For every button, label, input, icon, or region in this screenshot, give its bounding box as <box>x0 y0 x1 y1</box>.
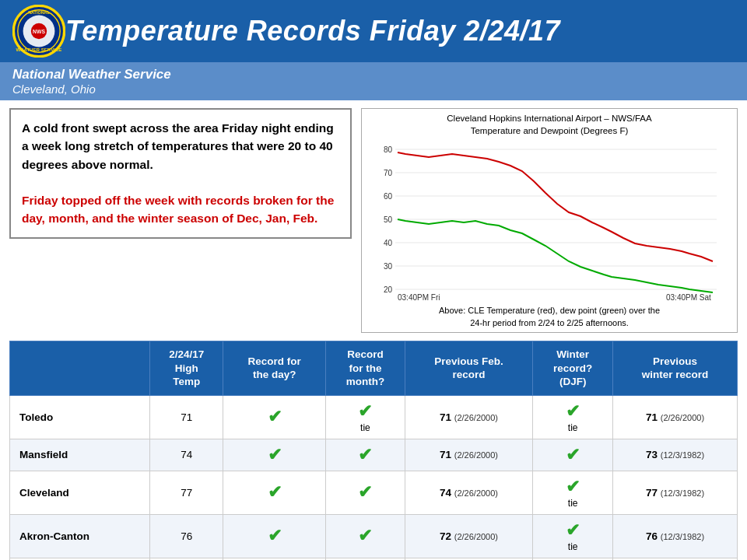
col-prev-feb: Previous Feb.record <box>405 341 533 395</box>
col-winter-record: Winterrecord?(DJF) <box>533 341 613 395</box>
svg-text:40: 40 <box>384 239 393 247</box>
col-high-temp: 2/24/17HighTemp <box>150 341 223 395</box>
cell-high: 71 <box>150 395 223 439</box>
cell-prev-feb: 74 (2/26/2000) <box>405 471 533 514</box>
right-panel: Cleveland Hopkins International Airport … <box>361 108 738 333</box>
cell-winter-record: ✔tie <box>533 514 613 558</box>
cell-city: Toledo <box>10 395 150 439</box>
cell-high: 76 <box>150 514 223 558</box>
left-panel: A cold front swept across the area Frida… <box>9 108 352 333</box>
checkmark-icon: ✔ <box>358 482 372 502</box>
cell-winter-record: ✔ <box>533 439 613 471</box>
org-name: National Weather Service <box>12 67 171 82</box>
cell-record-day: ✔ <box>223 514 326 558</box>
table-row: Cleveland 77 ✔ ✔ 74 (2/26/2000) ✔tie 77 … <box>10 471 738 514</box>
main-content: A cold front swept across the area Frida… <box>0 100 747 341</box>
checkmark-icon: ✔ <box>358 445 372 464</box>
table-body: Toledo 71 ✔ ✔tie 71 (2/26/2000) ✔tie 71 … <box>10 395 738 560</box>
checkmark-icon: ✔ <box>566 445 580 464</box>
table-row: Mansfield 74 ✔ ✔ 71 (2/26/2000) ✔ 73 (12… <box>10 439 738 471</box>
checkmark-icon: ✔ <box>268 482 282 502</box>
svg-text:30: 30 <box>384 262 393 271</box>
cell-record-month: ✔tie <box>326 395 405 439</box>
checkmark-icon: ✔ <box>268 407 282 426</box>
checkmark-icon: ✔ <box>358 401 372 421</box>
svg-text:03:40PM Sat: 03:40PM Sat <box>666 293 711 302</box>
chart-caption: Above: CLE Temperature (red), dew point … <box>365 305 734 329</box>
cell-city: Cleveland <box>10 471 150 514</box>
cell-high: 77 <box>150 471 223 514</box>
description-red-text: Friday topped off the week with records … <box>22 194 334 225</box>
checkmark-icon: ✔ <box>268 526 282 545</box>
org-location: Cleveland, Ohio <box>12 82 171 96</box>
checkmark-icon: ✔ <box>358 526 372 545</box>
chart-container: Cleveland Hopkins International Airport … <box>361 108 738 333</box>
svg-text:03:40PM Fri: 03:40PM Fri <box>398 293 440 302</box>
header-title: Temperature Records Friday 2/24/17 <box>65 15 560 47</box>
cell-record-month: ✔ <box>326 439 405 471</box>
cell-city: Akron-Canton <box>10 514 150 558</box>
cell-prev-winter: 73 (12/3/1982) <box>613 439 738 471</box>
col-city <box>10 341 150 395</box>
svg-text:70: 70 <box>384 169 393 177</box>
records-table: 2/24/17HighTemp Record forthe day? Recor… <box>9 341 738 560</box>
tie-label: tie <box>568 498 578 509</box>
cell-prev-winter: 76 (12/3/1982) <box>613 514 738 558</box>
cell-record-day: ✔ <box>223 471 326 514</box>
svg-text:60: 60 <box>384 192 393 201</box>
checkmark-icon: ✔ <box>566 520 580 540</box>
tie-label: tie <box>568 422 578 433</box>
table-row: Toledo 71 ✔ ✔tie 71 (2/26/2000) ✔tie 71 … <box>10 395 738 439</box>
table-header-row: 2/24/17HighTemp Record forthe day? Recor… <box>10 341 738 395</box>
col-prev-winter: Previouswinter record <box>613 341 738 395</box>
checkmark-icon: ✔ <box>566 401 580 421</box>
description-box: A cold front swept across the area Frida… <box>9 108 352 239</box>
cell-high: 74 <box>150 439 223 471</box>
cell-record-month: ✔ <box>326 471 405 514</box>
svg-text:NATIONAL: NATIONAL <box>28 10 50 15</box>
svg-text:80: 80 <box>384 145 393 154</box>
cell-record-day: ✔ <box>223 395 326 439</box>
cell-city: Mansfield <box>10 439 150 471</box>
cell-winter-record: ✔tie <box>533 395 613 439</box>
tie-label: tie <box>360 422 370 433</box>
col-record-day: Record forthe day? <box>223 341 326 395</box>
cell-prev-feb: 72 (2/26/2000) <box>405 514 533 558</box>
checkmark-icon: ✔ <box>268 445 282 464</box>
description-normal-text: A cold front swept across the area Frida… <box>22 121 334 171</box>
table-row: Akron-Canton 76 ✔ ✔ 72 (2/26/2000) ✔tie … <box>10 514 738 558</box>
chart-title: Cleveland Hopkins International Airport … <box>365 112 734 137</box>
svg-text:20: 20 <box>384 285 393 294</box>
svg-text:NWS: NWS <box>33 29 45 34</box>
cell-prev-feb: 71 (2/26/2000) <box>405 439 533 471</box>
col-record-month: Recordfor themonth? <box>326 341 405 395</box>
subheader: National Weather Service Cleveland, Ohio <box>0 62 747 100</box>
tie-label: tie <box>568 541 578 552</box>
checkmark-icon: ✔ <box>566 477 580 496</box>
cell-prev-winter: 77 (12/3/1982) <box>613 471 738 514</box>
chart-area: 80 70 60 50 40 30 20 03:40PM <box>365 138 734 302</box>
svg-text:WEATHER SERVICE: WEATHER SERVICE <box>16 47 62 52</box>
header: WEATHER SERVICE NATIONAL NWS Temperature… <box>0 0 747 62</box>
cell-winter-record: ✔tie <box>533 471 613 514</box>
cell-prev-winter: 71 (2/26/2000) <box>613 395 738 439</box>
table-section: 2/24/17HighTemp Record forthe day? Recor… <box>0 341 747 560</box>
cell-record-month: ✔ <box>326 514 405 558</box>
svg-text:50: 50 <box>384 215 393 224</box>
chart-svg: 80 70 60 50 40 30 20 03:40PM <box>365 138 734 302</box>
nws-logo-icon: WEATHER SERVICE NATIONAL NWS <box>12 5 65 58</box>
cell-prev-feb: 71 (2/26/2000) <box>405 395 533 439</box>
cell-record-day: ✔ <box>223 439 326 471</box>
